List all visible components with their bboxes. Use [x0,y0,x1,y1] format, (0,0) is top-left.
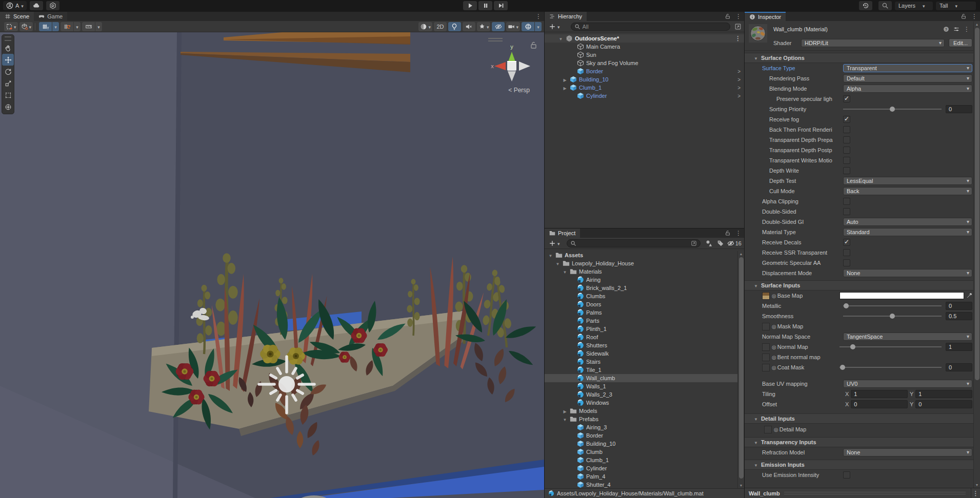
texture-pick-icon[interactable] [772,293,776,299]
tree-row-material[interactable]: Palms [545,308,744,317]
normal-map-texture-slot[interactable] [762,343,770,351]
shading-mode-dropdown[interactable] [418,22,432,31]
pause-button[interactable] [478,1,492,10]
hierarchy-add-button[interactable] [547,23,562,30]
expand-arrow[interactable] [562,76,568,82]
prefab-open-chevron[interactable] [737,69,741,74]
tree-row-prefab[interactable]: Clumb_1 [545,456,744,464]
tree-row-material[interactable]: Parts [545,317,744,325]
hand-tool-button[interactable] [2,42,14,54]
search-by-label-icon[interactable] [717,240,724,247]
gizmo-center-cube[interactable] [507,61,516,71]
material-preview-thumbnail[interactable] [749,24,767,43]
foldout-arrow[interactable] [548,252,553,258]
rotate-tool-button[interactable] [2,66,14,77]
project-search-input[interactable] [567,239,701,247]
effects-dropdown[interactable] [477,22,491,31]
tree-row-material[interactable]: Roof [545,333,744,341]
shader-dropdown[interactable]: HDRP/Lit [801,39,945,47]
open-search-window-icon[interactable] [691,240,697,246]
layers-dropdown[interactable]: Layers [895,2,933,10]
tab-game[interactable]: Game [34,12,67,21]
receive-fog-checkbox[interactable] [843,116,850,123]
prefab-open-chevron[interactable] [737,77,741,82]
bent-normal-map-texture-slot[interactable] [762,354,770,361]
gizmos-toggle[interactable] [522,22,534,31]
hierarchy-item-border[interactable]: Border [545,67,744,75]
displacement-mode-dropdown[interactable]: None [843,269,972,277]
tree-row-prefab[interactable]: Palm_4 [545,472,744,481]
lock-icon[interactable] [725,230,731,236]
metallic-value[interactable]: 0 [946,302,972,310]
overlay-drag-handle[interactable] [488,38,503,41]
detail-map-texture-slot[interactable] [764,426,772,433]
base-uv-mapping-dropdown[interactable]: UV0 [843,380,972,388]
play-button[interactable] [463,1,477,10]
audio-mute-toggle[interactable] [463,22,475,31]
tree-row-folder[interactable]: Materials [545,267,744,276]
scene-lighting-toggle[interactable] [448,22,461,31]
search-by-type-icon[interactable] [706,240,713,247]
refraction-model-dropdown[interactable]: None [843,448,972,457]
hierarchy-item-clumb-1[interactable]: Clumb_1 [545,84,744,92]
normal-map-space-dropdown[interactable]: TangentSpace [843,333,972,341]
material-kebab[interactable] [964,26,970,33]
tree-row-folder[interactable]: Prefabs [545,415,744,423]
base-color-swatch[interactable] [839,292,964,299]
metallic-slider[interactable] [843,302,942,310]
camera-settings-dropdown[interactable] [506,22,520,31]
tree-row-material[interactable]: Windows [545,399,744,407]
smoothness-slider[interactable] [843,312,942,320]
tab-scene[interactable]: Scene [0,12,34,21]
tab-project[interactable]: Project [545,229,580,238]
transparent-writes-motion-checkbox[interactable] [843,157,850,164]
eyedropper-icon[interactable] [966,293,972,299]
section-detail-inputs[interactable]: Detail Inputs [745,413,980,424]
tiling-x-field[interactable]: 1 [851,390,908,398]
hierarchy-item-building-10[interactable]: Building_10 [545,75,744,84]
blending-mode-dropdown[interactable]: Alpha [843,85,972,93]
offset-x-field[interactable]: 0 [851,400,908,408]
coat-mask-slider[interactable] [839,363,942,371]
step-button[interactable] [494,1,508,10]
shader-edit-button[interactable]: Edit... [949,38,972,47]
scene-row-kebab[interactable] [735,35,741,42]
transparent-depth-prepass-checkbox[interactable] [843,136,850,143]
grid-snapping-dropdown[interactable] [52,22,59,31]
hierarchy-search-input[interactable]: All [571,23,730,31]
hidden-packages-toggle[interactable]: 16 [727,240,742,247]
depth-write-checkbox[interactable] [843,167,850,174]
cloud-services-button[interactable] [30,1,43,10]
tree-row-material-selected[interactable]: Wall_clumb [545,374,744,382]
section-surface-inputs[interactable]: Surface Inputs [745,280,980,291]
section-surface-options[interactable]: Surface Options [745,53,980,63]
tree-row-material[interactable]: Tile_1 [545,366,744,374]
preview-kebab[interactable] [973,490,979,497]
scene-header-row[interactable]: OutdoorsScene* [545,34,744,43]
gizmo-down-axis-cone[interactable] [508,71,516,81]
inspector-menu-kebab[interactable] [971,13,977,20]
tree-row-prefab[interactable]: Building_10 [545,440,744,448]
back-then-front-checkbox[interactable] [843,126,850,133]
transform-tool-button[interactable] [2,101,14,113]
sorting-priority-slider[interactable] [843,105,942,113]
increment-snap-dropdown[interactable] [95,22,102,31]
offset-y-field[interactable]: 0 [915,400,972,408]
expand-arrow[interactable] [562,85,568,91]
grid-visual-button[interactable] [61,22,73,31]
mask-map-texture-slot[interactable] [762,323,770,330]
perspective-label[interactable]: < Persp [508,87,530,94]
increment-snap-button[interactable] [82,22,95,31]
grid-snapping-toggle[interactable] [39,22,52,31]
hierarchy-item-main-camera[interactable]: Main Camera [545,43,744,51]
prefab-open-chevron[interactable] [737,93,741,99]
hierarchy-item-sun[interactable]: Sun [545,51,744,59]
project-add-button[interactable] [547,240,562,247]
open-search-window-icon[interactable] [734,23,742,30]
double-sided-gi-dropdown[interactable]: Auto [843,218,972,226]
foldout-arrow[interactable] [562,268,568,275]
tree-row-material[interactable]: Doors [545,300,744,308]
texture-pick-icon[interactable] [772,344,776,350]
undo-history-button[interactable] [859,1,872,10]
expand-arrow[interactable] [562,408,568,414]
